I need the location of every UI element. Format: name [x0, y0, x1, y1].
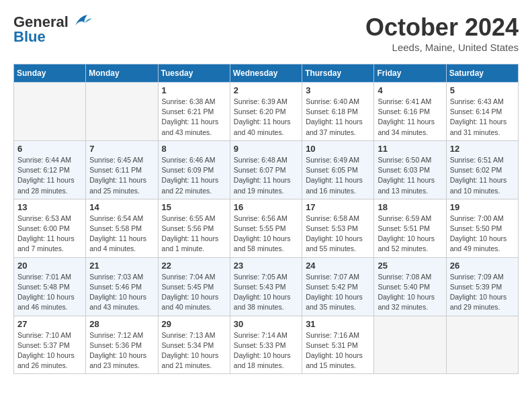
logo: General Blue	[13, 13, 91, 46]
calendar-week-row: 6Sunrise: 6:44 AMSunset: 6:12 PMDaylight…	[14, 140, 519, 199]
day-info: Sunrise: 7:13 AMSunset: 5:34 PMDaylight:…	[162, 330, 226, 371]
day-info: Sunrise: 7:01 AMSunset: 5:48 PMDaylight:…	[17, 272, 82, 313]
day-number: 17	[306, 202, 370, 212]
day-number: 27	[17, 319, 82, 329]
col-header-monday: Monday	[86, 64, 158, 83]
day-info: Sunrise: 7:08 AMSunset: 5:40 PMDaylight:…	[378, 272, 442, 313]
day-number: 2	[234, 85, 298, 95]
day-number: 22	[162, 261, 226, 271]
calendar-day-cell: 5Sunrise: 6:43 AMSunset: 6:14 PMDaylight…	[446, 83, 518, 141]
day-info: Sunrise: 6:54 AMSunset: 5:58 PMDaylight:…	[89, 214, 154, 255]
calendar-day-cell: 10Sunrise: 6:49 AMSunset: 6:05 PMDayligh…	[302, 140, 374, 199]
day-info: Sunrise: 7:16 AMSunset: 5:31 PMDaylight:…	[306, 330, 370, 371]
day-info: Sunrise: 7:05 AMSunset: 5:43 PMDaylight:…	[234, 272, 298, 313]
calendar-day-cell: 31Sunrise: 7:16 AMSunset: 5:31 PMDayligh…	[302, 316, 374, 374]
calendar-day-cell: 23Sunrise: 7:05 AMSunset: 5:43 PMDayligh…	[230, 257, 302, 316]
calendar-week-row: 27Sunrise: 7:10 AMSunset: 5:37 PMDayligh…	[14, 316, 519, 374]
day-number: 25	[378, 261, 442, 271]
day-number: 30	[234, 319, 298, 329]
day-info: Sunrise: 7:14 AMSunset: 5:33 PMDaylight:…	[234, 330, 298, 371]
day-number: 21	[89, 261, 154, 271]
day-info: Sunrise: 6:53 AMSunset: 6:00 PMDaylight:…	[17, 214, 82, 255]
empty-cell	[374, 316, 446, 374]
calendar-day-cell: 28Sunrise: 7:12 AMSunset: 5:36 PMDayligh…	[86, 316, 158, 374]
day-info: Sunrise: 7:12 AMSunset: 5:36 PMDaylight:…	[89, 330, 154, 371]
day-info: Sunrise: 6:44 AMSunset: 6:12 PMDaylight:…	[17, 155, 82, 196]
day-number: 8	[162, 144, 226, 154]
day-info: Sunrise: 7:10 AMSunset: 5:37 PMDaylight:…	[17, 330, 82, 371]
day-number: 11	[378, 144, 442, 154]
day-number: 13	[17, 202, 82, 212]
day-number: 31	[306, 319, 370, 329]
calendar-day-cell: 1Sunrise: 6:38 AMSunset: 6:21 PMDaylight…	[158, 83, 230, 141]
day-number: 9	[234, 144, 298, 154]
day-info: Sunrise: 6:40 AMSunset: 6:18 PMDaylight:…	[306, 97, 370, 138]
calendar-day-cell: 17Sunrise: 6:58 AMSunset: 5:53 PMDayligh…	[302, 199, 374, 257]
calendar-day-cell: 3Sunrise: 6:40 AMSunset: 6:18 PMDaylight…	[302, 83, 374, 141]
calendar-day-cell: 7Sunrise: 6:45 AMSunset: 6:11 PMDaylight…	[86, 140, 158, 199]
day-info: Sunrise: 7:07 AMSunset: 5:42 PMDaylight:…	[306, 272, 370, 313]
calendar-day-cell: 2Sunrise: 6:39 AMSunset: 6:20 PMDaylight…	[230, 83, 302, 141]
day-number: 7	[89, 144, 154, 154]
calendar-week-row: 1Sunrise: 6:38 AMSunset: 6:21 PMDaylight…	[14, 83, 519, 141]
day-number: 10	[306, 144, 370, 154]
col-header-thursday: Thursday	[302, 64, 374, 83]
calendar-header-row: SundayMondayTuesdayWednesdayThursdayFrid…	[14, 64, 519, 83]
location: Leeds, Maine, United States	[365, 42, 519, 53]
day-number: 12	[450, 144, 515, 154]
day-info: Sunrise: 6:59 AMSunset: 5:51 PMDaylight:…	[378, 214, 442, 255]
col-header-saturday: Saturday	[446, 64, 518, 83]
day-info: Sunrise: 6:39 AMSunset: 6:20 PMDaylight:…	[234, 97, 298, 138]
calendar-day-cell: 8Sunrise: 6:46 AMSunset: 6:09 PMDaylight…	[158, 140, 230, 199]
day-info: Sunrise: 6:48 AMSunset: 6:07 PMDaylight:…	[234, 155, 298, 196]
calendar-day-cell: 22Sunrise: 7:04 AMSunset: 5:45 PMDayligh…	[158, 257, 230, 316]
col-header-friday: Friday	[374, 64, 446, 83]
day-number: 6	[17, 144, 82, 154]
title-block: October 2024 Leeds, Maine, United States	[365, 13, 519, 53]
day-number: 28	[89, 319, 154, 329]
logo-blue: Blue	[13, 28, 46, 46]
calendar-day-cell: 13Sunrise: 6:53 AMSunset: 6:00 PMDayligh…	[14, 199, 86, 257]
day-number: 24	[306, 261, 370, 271]
day-info: Sunrise: 6:49 AMSunset: 6:05 PMDaylight:…	[306, 155, 370, 196]
day-number: 14	[89, 202, 154, 212]
calendar-day-cell: 21Sunrise: 7:03 AMSunset: 5:46 PMDayligh…	[86, 257, 158, 316]
calendar-day-cell: 18Sunrise: 6:59 AMSunset: 5:51 PMDayligh…	[374, 199, 446, 257]
day-info: Sunrise: 6:43 AMSunset: 6:14 PMDaylight:…	[450, 97, 515, 138]
day-number: 4	[378, 85, 442, 95]
day-info: Sunrise: 7:04 AMSunset: 5:45 PMDaylight:…	[162, 272, 226, 313]
day-number: 29	[162, 319, 226, 329]
col-header-sunday: Sunday	[14, 64, 86, 83]
day-number: 18	[378, 202, 442, 212]
empty-cell	[14, 83, 86, 141]
day-info: Sunrise: 7:09 AMSunset: 5:39 PMDaylight:…	[450, 272, 515, 313]
day-info: Sunrise: 6:55 AMSunset: 5:56 PMDaylight:…	[162, 214, 226, 255]
day-number: 23	[234, 261, 298, 271]
calendar-day-cell: 29Sunrise: 7:13 AMSunset: 5:34 PMDayligh…	[158, 316, 230, 374]
day-number: 15	[162, 202, 226, 212]
day-info: Sunrise: 6:51 AMSunset: 6:02 PMDaylight:…	[450, 155, 515, 196]
logo-bird-icon	[71, 13, 91, 28]
day-info: Sunrise: 6:56 AMSunset: 5:55 PMDaylight:…	[234, 214, 298, 255]
empty-cell	[86, 83, 158, 141]
day-number: 5	[450, 85, 515, 95]
day-info: Sunrise: 7:03 AMSunset: 5:46 PMDaylight:…	[89, 272, 154, 313]
page-header: General Blue October 2024 Leeds, Maine, …	[13, 13, 519, 53]
day-number: 19	[450, 202, 515, 212]
col-header-wednesday: Wednesday	[230, 64, 302, 83]
day-number: 16	[234, 202, 298, 212]
col-header-tuesday: Tuesday	[158, 64, 230, 83]
calendar-day-cell: 19Sunrise: 7:00 AMSunset: 5:50 PMDayligh…	[446, 199, 518, 257]
calendar-day-cell: 11Sunrise: 6:50 AMSunset: 6:03 PMDayligh…	[374, 140, 446, 199]
calendar-day-cell: 24Sunrise: 7:07 AMSunset: 5:42 PMDayligh…	[302, 257, 374, 316]
empty-cell	[446, 316, 518, 374]
calendar-table: SundayMondayTuesdayWednesdayThursdayFrid…	[13, 64, 519, 374]
day-info: Sunrise: 6:45 AMSunset: 6:11 PMDaylight:…	[89, 155, 154, 196]
calendar-day-cell: 26Sunrise: 7:09 AMSunset: 5:39 PMDayligh…	[446, 257, 518, 316]
day-info: Sunrise: 6:58 AMSunset: 5:53 PMDaylight:…	[306, 214, 370, 255]
day-info: Sunrise: 7:00 AMSunset: 5:50 PMDaylight:…	[450, 214, 515, 255]
calendar-day-cell: 25Sunrise: 7:08 AMSunset: 5:40 PMDayligh…	[374, 257, 446, 316]
calendar-week-row: 20Sunrise: 7:01 AMSunset: 5:48 PMDayligh…	[14, 257, 519, 316]
calendar-day-cell: 12Sunrise: 6:51 AMSunset: 6:02 PMDayligh…	[446, 140, 518, 199]
day-number: 3	[306, 85, 370, 95]
